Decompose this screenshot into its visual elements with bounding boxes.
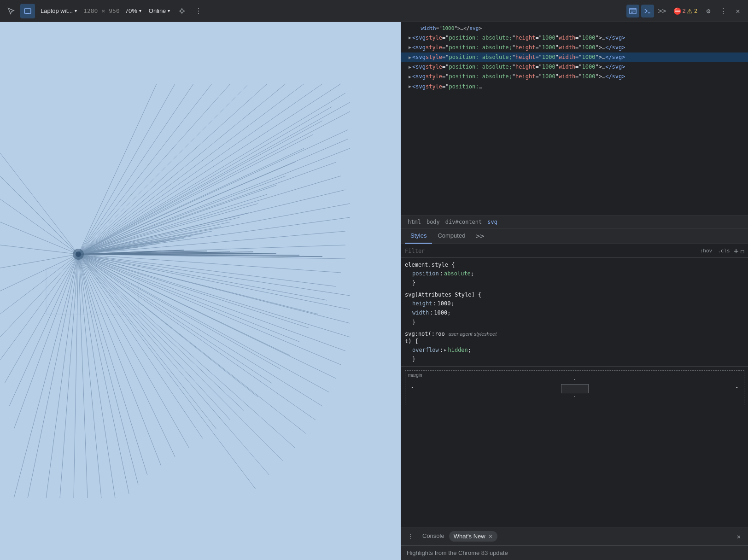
device-selector[interactable]: Laptop wit... ▾ — [37, 6, 81, 16]
devtools-panel: width="1000">…</svg> ▶ <svg style =" pos… — [401, 22, 748, 560]
tab-styles[interactable]: Styles — [405, 228, 432, 244]
sensors-button[interactable] — [175, 4, 189, 18]
svg-point-2 — [181, 10, 183, 12]
margin-top-value: - — [409, 374, 740, 382]
element-style-rule: element.style { position : absolute ; } — [401, 260, 748, 290]
device-chevron-icon: ▾ — [75, 8, 77, 13]
position-prop: position : absolute ; — [405, 269, 744, 278]
rule-close-brace: } — [405, 278, 744, 287]
zoom-selector[interactable]: 70% ▾ — [123, 6, 144, 16]
bottom-bar: ⋮ Console What's New ✕ ✕ — [401, 527, 748, 545]
breadcrumb-svg[interactable]: svg — [485, 218, 500, 226]
overflow-expand-icon[interactable]: ▶ — [444, 347, 446, 354]
warn-count: 2 — [694, 8, 697, 14]
dom-row-truncated[interactable]: width="1000">…</svg> — [401, 24, 748, 33]
panel-resize-handle[interactable] — [399, 22, 401, 560]
user-agent-label: user agent stylesheet — [449, 331, 497, 337]
overflow-prop: overflow : ▶ hidden ; — [405, 345, 744, 355]
element-style-selector: element.style { — [405, 262, 744, 268]
dimension-separator: 1280 — [83, 7, 98, 14]
margin-label: margin — [408, 373, 422, 378]
browser-viewport — [0, 22, 401, 560]
error-count: 2 — [683, 8, 686, 14]
console-panel-button[interactable] — [641, 5, 654, 18]
svg-not-root-rule: svg:not(:roo user agent stylesheet t) { … — [401, 329, 748, 366]
expand-arrow-icon: ▶ — [409, 73, 411, 81]
truncated-row-text: width="1000">…</svg> — [409, 24, 482, 33]
svg-point-120 — [76, 251, 81, 257]
more-options-button[interactable]: ⋮ — [191, 4, 206, 18]
expand-arrow-icon: ▶ — [409, 64, 411, 71]
expand-arrow-icon: ▶ — [409, 83, 411, 90]
inspect-element-button[interactable] — [4, 4, 18, 18]
new-style-rule-button[interactable]: ◻ — [741, 247, 744, 255]
dom-tree: width="1000">…</svg> ▶ <svg style =" pos… — [401, 22, 748, 216]
tab-console[interactable]: Console — [418, 527, 449, 545]
height-prop: height : 1000 ; — [405, 299, 744, 308]
error-badge[interactable]: ⛔ 2 ⚠ 2 — [671, 6, 700, 16]
box-model-area: margin - - - - — [401, 366, 748, 409]
drawer-more-button[interactable]: ⋮ — [405, 531, 416, 542]
close-devtools-icon: ✕ — [736, 7, 740, 15]
online-label: Online — [149, 7, 166, 14]
more-dots-icon: ⋮ — [195, 6, 202, 15]
close-drawer-button[interactable]: ✕ — [733, 531, 744, 542]
expand-arrow-icon: ▶ — [409, 54, 411, 61]
breadcrumb-html[interactable]: html — [405, 218, 424, 226]
breadcrumb-bar: html body div#content svg — [401, 216, 748, 228]
zoom-label: 70% — [125, 7, 137, 14]
tabs-more-button[interactable]: >> — [473, 230, 487, 242]
close-whats-new-button[interactable]: ✕ — [488, 533, 493, 540]
elements-panel-button[interactable] — [626, 5, 639, 18]
customize-dots-icon: ⋮ — [720, 7, 727, 15]
svg-not-root-close-brace: } — [405, 355, 744, 364]
device-toolbar-button[interactable] — [20, 4, 35, 18]
expand-arrow-icon: ▶ — [409, 34, 411, 41]
margin-bottom-value: - — [409, 393, 740, 401]
breadcrumb-div-content[interactable]: div#content — [443, 218, 485, 226]
svg-rect-4 — [0, 84, 401, 498]
starburst-visualization — [0, 22, 401, 560]
tab-computed[interactable]: Computed — [432, 228, 471, 244]
svg-not-root-selector-row: svg:not(:roo user agent stylesheet — [405, 331, 744, 338]
box-model-visual: margin - - - - — [405, 370, 744, 405]
filter-cls-button[interactable]: .cls — [716, 247, 732, 255]
filter-hov-button[interactable]: :hov — [698, 247, 714, 255]
breadcrumb-body[interactable]: body — [424, 218, 443, 226]
box-model-inner — [561, 384, 589, 393]
dom-row-4[interactable]: ▶ <svg style =" position: absolute; " he… — [401, 62, 748, 72]
dom-row-selected[interactable]: ▶ <svg style =" position: absolute; " he… — [401, 52, 748, 62]
dom-row-truncated-bottom[interactable]: ▶ <svg style =" position: … — [401, 82, 748, 92]
svg-rect-1 — [26, 13, 29, 14]
dom-row-1[interactable]: ▶ <svg style =" position: absolute; " he… — [401, 33, 748, 43]
dim-height: 950 — [109, 7, 119, 14]
expand-arrow-icon: ▶ — [409, 44, 411, 51]
toolbar-right: >> ⛔ 2 ⚠ 2 ⚙ ⋮ ✕ — [626, 5, 744, 18]
svg-attrs-selector: svg[Attributes Style] { — [405, 292, 744, 298]
margin-left-value: - — [411, 384, 414, 393]
styles-tabs-bar: Styles Computed >> — [401, 228, 748, 244]
more-panels-button[interactable]: >> — [656, 5, 669, 18]
customize-button[interactable]: ⋮ — [717, 5, 730, 18]
more-panels-icon: >> — [658, 7, 666, 15]
main-content: width="1000">…</svg> ▶ <svg style =" pos… — [0, 22, 748, 560]
dim-x: × — [101, 7, 105, 14]
settings-gear-icon: ⚙ — [706, 7, 710, 15]
dom-row-2[interactable]: ▶ <svg style =" position: absolute; " he… — [401, 43, 748, 52]
tab-whats-new[interactable]: What's New ✕ — [449, 531, 497, 542]
devtools-toolbar: Laptop wit... ▾ 1280 × 950 70% ▾ Online … — [0, 0, 748, 22]
network-throttle-selector[interactable]: Online ▾ — [146, 6, 173, 16]
svg-attrs-close-brace: } — [405, 318, 744, 327]
whats-new-content: Highlights from the Chrome 83 update — [401, 545, 748, 560]
close-devtools-button[interactable]: ✕ — [731, 5, 744, 18]
filter-input[interactable] — [405, 248, 696, 254]
svg-rect-0 — [24, 9, 31, 13]
dom-row-5[interactable]: ▶ <svg style =" position: absolute; " he… — [401, 72, 748, 82]
online-chevron-icon: ▾ — [168, 8, 170, 13]
width-prop: width : 1000 ; — [405, 308, 744, 317]
drawer-more-icon: ⋮ — [407, 533, 414, 540]
add-style-rule-button[interactable]: + — [732, 246, 741, 256]
margin-right-value: - — [735, 384, 738, 393]
zoom-chevron-icon: ▾ — [139, 8, 141, 13]
settings-button[interactable]: ⚙ — [702, 5, 715, 18]
